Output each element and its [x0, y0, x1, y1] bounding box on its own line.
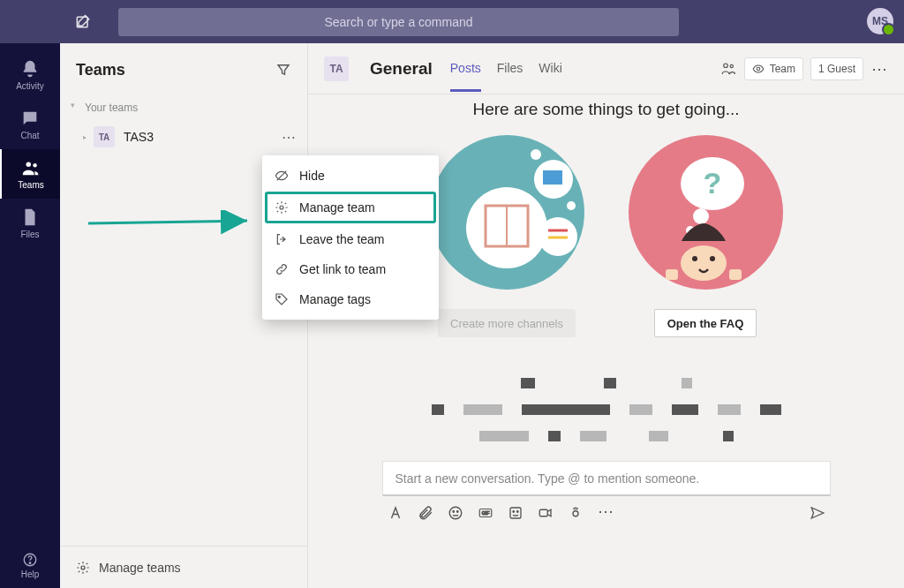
rail-help[interactable]: Help	[0, 542, 60, 588]
channel-more-icon[interactable]: ⋯	[870, 60, 888, 78]
rail-label: Chat	[20, 131, 39, 140]
link-icon	[275, 262, 289, 276]
send-icon[interactable]	[810, 505, 825, 521]
compose-icon[interactable]	[74, 13, 92, 31]
onboarding-cards: Create more channels ?	[430, 135, 783, 337]
rail-activity[interactable]: Activity	[0, 50, 60, 100]
caret-icon: ▸	[83, 133, 87, 141]
intro-text: Here are some things to get going...	[472, 100, 739, 119]
svg-text:GIF: GIF	[481, 510, 489, 516]
redacted-message	[412, 378, 801, 441]
search-placeholder: Search or type a command	[324, 15, 472, 29]
rail-label: Teams	[18, 180, 43, 190]
panel-title: Teams	[76, 61, 125, 79]
eye-icon	[752, 63, 765, 75]
svg-point-24	[692, 256, 697, 261]
svg-point-37	[573, 511, 578, 516]
gif-icon[interactable]: GIF	[478, 505, 493, 521]
svg-rect-27	[729, 269, 742, 280]
manage-teams-button[interactable]: Manage teams	[60, 546, 307, 588]
card-illustration-faq: ?	[629, 135, 783, 290]
team-more-icon[interactable]: ⋯	[282, 129, 297, 146]
ctx-hide[interactable]: Hide	[262, 161, 439, 191]
rail-teams[interactable]: Teams	[0, 149, 60, 199]
leave-icon	[275, 232, 289, 246]
open-faq-button[interactable]: Open the FAQ	[654, 309, 757, 337]
tab-files[interactable]: Files	[497, 45, 524, 92]
ctx-manage-tags[interactable]: Manage tags	[262, 284, 439, 314]
channel-team-avatar: TA	[324, 57, 349, 81]
svg-point-2	[33, 163, 36, 167]
user-avatar[interactable]: MS	[867, 8, 893, 34]
ctx-label: Get link to team	[299, 262, 386, 276]
tab-wiki[interactable]: Wiki	[539, 45, 561, 92]
filter-icon[interactable]	[275, 62, 291, 78]
svg-text:?: ?	[703, 166, 721, 200]
search-input[interactable]: Search or type a command	[118, 8, 679, 36]
channel-tabs: Posts Files Wiki	[450, 45, 562, 92]
svg-point-20	[693, 208, 709, 224]
svg-point-18	[567, 201, 576, 210]
header-actions: Team 1 Guest ⋯	[719, 57, 888, 80]
ctx-manage-team[interactable]: Manage team	[266, 192, 435, 222]
svg-point-1	[26, 162, 32, 168]
ctx-label: Hide	[299, 169, 325, 183]
svg-rect-36	[539, 509, 547, 516]
svg-point-7	[730, 64, 733, 67]
tab-posts[interactable]: Posts	[450, 45, 481, 92]
svg-rect-26	[666, 269, 678, 280]
create-channels-button[interactable]: Create more channels	[438, 309, 576, 337]
guest-badge[interactable]: 1 Guest	[810, 57, 863, 80]
ctx-leave-team[interactable]: Leave the team	[262, 224, 439, 254]
privacy-badge[interactable]: Team	[744, 57, 803, 80]
composer-toolbar: GIF ⋯	[382, 496, 831, 526]
card-illustration-channels	[430, 135, 584, 290]
team-row-tas3[interactable]: ▸ TA TAS3 ⋯	[60, 119, 307, 155]
guest-label: 1 Guest	[818, 63, 855, 75]
channel-name: General	[370, 59, 433, 79]
svg-point-35	[516, 511, 518, 513]
meet-icon[interactable]	[538, 505, 554, 521]
svg-point-23	[681, 245, 727, 281]
app-rail: Activity Chat Teams Files Help	[0, 43, 60, 588]
svg-rect-33	[510, 508, 521, 518]
org-icon[interactable]	[719, 60, 737, 78]
ctx-label: Manage tags	[299, 292, 371, 306]
svg-point-6	[723, 64, 727, 68]
svg-point-29	[453, 511, 455, 513]
team-name: TAS3	[124, 130, 154, 144]
rail-label: Files	[20, 230, 39, 239]
svg-point-30	[456, 511, 458, 513]
svg-rect-13	[543, 170, 562, 185]
rail-chat[interactable]: Chat	[0, 100, 60, 149]
svg-point-34	[513, 511, 515, 513]
emoji-icon[interactable]	[448, 505, 463, 521]
your-teams-section[interactable]: Your teams	[60, 96, 307, 119]
svg-point-4	[29, 562, 31, 564]
stream-icon[interactable]	[568, 505, 584, 521]
hide-icon	[275, 169, 289, 183]
card-create-channels: Create more channels	[430, 135, 584, 337]
ctx-label: Leave the team	[299, 232, 385, 246]
privacy-label: Team	[770, 63, 795, 75]
attach-icon[interactable]	[418, 505, 433, 521]
rail-files[interactable]: Files	[0, 199, 60, 248]
svg-point-25	[710, 256, 715, 261]
panel-header: Teams	[60, 43, 307, 96]
main-row: Activity Chat Teams Files Help	[0, 43, 904, 588]
format-icon[interactable]	[388, 505, 403, 521]
svg-point-17	[531, 149, 541, 160]
message-composer: Start a new conversation. Type @ to ment…	[382, 461, 831, 526]
composer-more-icon[interactable]: ⋯	[598, 505, 614, 521]
sticker-icon[interactable]	[508, 505, 524, 521]
ctx-get-link[interactable]: Get link to team	[262, 254, 439, 284]
rail-help-label: Help	[21, 569, 40, 579]
rail-label: Activity	[16, 81, 44, 91]
composer-input[interactable]: Start a new conversation. Type @ to ment…	[382, 461, 831, 496]
team-context-menu: Hide Manage team Leave the team Get link…	[262, 155, 439, 320]
svg-point-8	[757, 67, 760, 71]
top-bar: Search or type a command MS	[0, 0, 904, 43]
channel-header: TA General Posts Files Wiki Team	[308, 43, 904, 94]
avatar-initials: MS	[872, 15, 888, 27]
card-open-faq: ? Open the FAQ	[629, 135, 783, 337]
